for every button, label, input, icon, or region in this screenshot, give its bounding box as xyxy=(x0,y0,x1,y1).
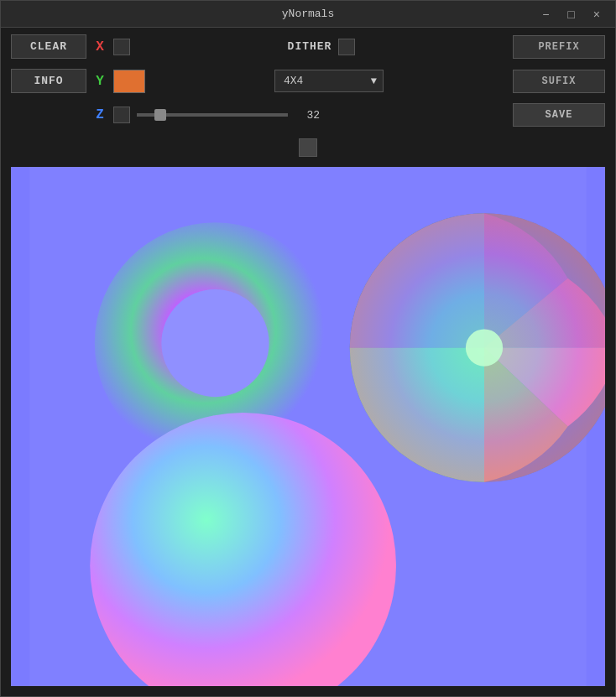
slider-container: 32 xyxy=(137,109,320,122)
x-checkbox[interactable] xyxy=(113,39,130,55)
clear-button[interactable]: CLEAR xyxy=(11,34,86,59)
canvas-area xyxy=(11,167,605,686)
dither-checkbox[interactable] xyxy=(338,39,355,55)
y-axis-label: Y xyxy=(93,74,107,89)
window-title: yNormals xyxy=(282,8,334,20)
svg-point-3 xyxy=(161,289,269,397)
prefix-button[interactable]: PREFIX xyxy=(513,35,605,59)
value-slider[interactable] xyxy=(137,113,288,117)
toolbar-row1: CLEAR X DITHER PREFIX xyxy=(11,34,605,59)
title-bar: yNormals − □ × xyxy=(1,1,615,28)
x-axis-label: X xyxy=(93,39,107,55)
info-button[interactable]: INFO xyxy=(11,69,86,93)
z-checkbox[interactable] xyxy=(113,107,130,123)
scroll-area xyxy=(11,138,605,157)
main-window: yNormals − □ × CLEAR X DITHER PREFIX INF… xyxy=(0,0,616,697)
maximize-button[interactable]: □ xyxy=(562,6,579,23)
color-swatch[interactable] xyxy=(113,70,145,93)
scroll-thumb[interactable] xyxy=(299,138,317,157)
close-button[interactable]: × xyxy=(588,6,605,23)
slider-value: 32 xyxy=(295,109,320,122)
save-button[interactable]: SAVE xyxy=(513,103,605,127)
svg-point-7 xyxy=(466,329,503,366)
title-controls: − □ × xyxy=(537,6,605,23)
scene-svg xyxy=(11,167,605,686)
toolbar-row3: Z 32 SAVE xyxy=(11,103,605,127)
minimize-button[interactable]: − xyxy=(537,6,554,23)
dither-dropdown[interactable]: 4X4 1X1 2X2 8X8 xyxy=(274,70,384,92)
toolbar: CLEAR X DITHER PREFIX INFO Y 4X4 1X1 2X2… xyxy=(1,28,615,164)
dropdown-container: 4X4 1X1 2X2 8X8 ▼ xyxy=(274,70,384,92)
toolbar-row2: INFO Y 4X4 1X1 2X2 8X8 ▼ SUFIX xyxy=(11,69,605,93)
z-axis-label: Z xyxy=(93,107,107,122)
dither-label: DITHER xyxy=(288,40,332,53)
sufix-button[interactable]: SUFIX xyxy=(513,70,605,93)
